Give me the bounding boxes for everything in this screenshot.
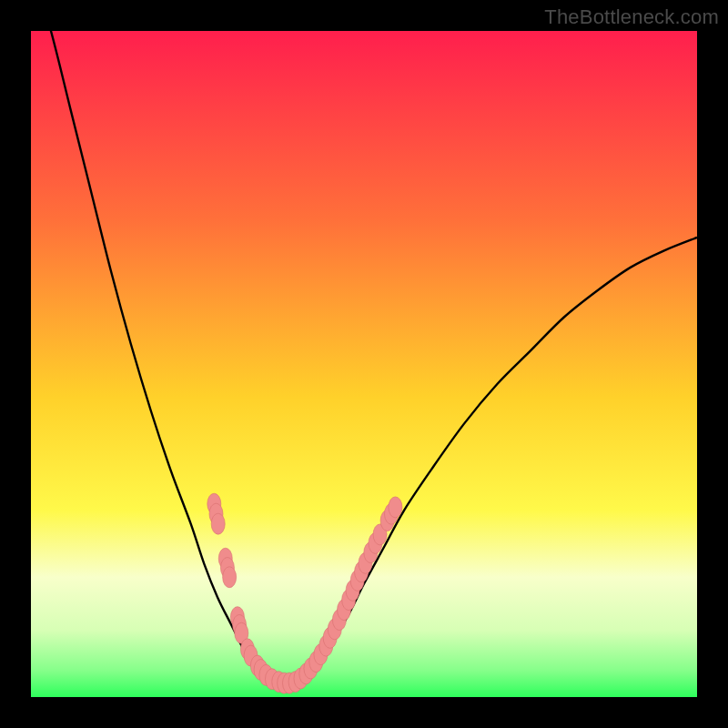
curve-marker [389,497,402,518]
curve-marker [211,513,225,534]
gradient-background [31,31,697,697]
bottleneck-chart [31,31,697,697]
outer-frame: TheBottleneck.com [0,0,728,728]
curve-marker [223,567,237,588]
watermark-text: TheBottleneck.com [544,5,719,29]
plot-area [31,31,697,697]
